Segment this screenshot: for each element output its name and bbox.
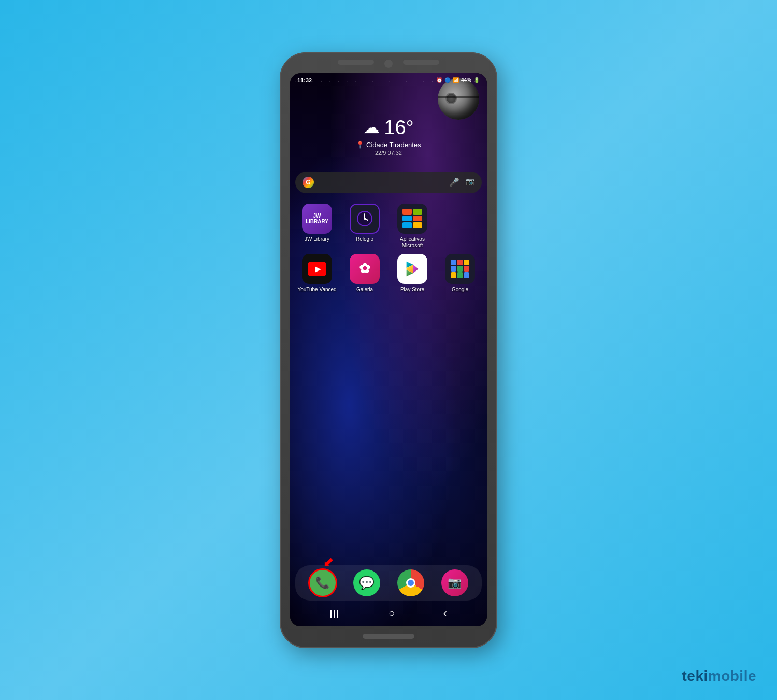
dock-apps-row: 📞 ➡ 💬 [295, 565, 482, 601]
weather-widget: ☁ 16° 📍 Cidade Tiradentes 22/9 07:32 [295, 117, 482, 156]
top-circle-speaker [384, 60, 393, 68]
relogio-icon [350, 204, 380, 234]
app-play-store[interactable]: Play Store [391, 254, 434, 293]
google-search-bar[interactable]: G 🎤 📷 [295, 172, 482, 193]
app-empty [438, 204, 482, 249]
google-g-logo: G [303, 177, 314, 188]
app-microsoft[interactable]: Aplicativos Microsoft [391, 204, 434, 249]
google-icon [445, 254, 475, 284]
microsoft-icon [397, 204, 427, 234]
top-pill-left [338, 60, 374, 65]
status-time: 11:32 [297, 77, 312, 83]
nav-menu-button[interactable]: ||| [330, 609, 340, 618]
status-bar: 11:32 ⏰ 🔵 📶 44% 🔋 [290, 73, 487, 85]
chrome-icon [397, 569, 424, 596]
youtube-vanced-label: YouTube Vanced [297, 287, 336, 293]
dock: 📞 ➡ 💬 [295, 561, 482, 626]
google-label: Google [452, 287, 468, 293]
phone-bottom-bar [280, 626, 497, 648]
app-grid-row2: ▶ YouTube Vanced ✿ Galeria [295, 254, 482, 293]
search-action-icons: 🎤 📷 [449, 177, 474, 187]
watermark: tekitekimobilemobile [682, 668, 756, 684]
app-galeria[interactable]: ✿ Galeria [343, 254, 386, 293]
weather-cloud-icon: ☁ [363, 118, 380, 137]
screen-content: ☁ 16° 📍 Cidade Tiradentes 22/9 07:32 G 🎤… [290, 85, 487, 626]
status-icons: ⏰ 🔵 📶 44% 🔋 [436, 77, 480, 83]
dock-chrome[interactable] [397, 569, 424, 596]
location-pin-icon: 📍 [356, 141, 364, 149]
app-youtube-vanced[interactable]: ▶ YouTube Vanced [295, 254, 339, 293]
phone-top-bar [280, 52, 497, 73]
dock-camera[interactable]: 📷 [441, 569, 468, 596]
svg-point-1 [364, 218, 366, 220]
bluetooth-icon: 🔵 [444, 77, 451, 83]
weather-location: 📍 Cidade Tiradentes [295, 141, 482, 149]
dock-phone[interactable]: 📞 ➡ [309, 569, 336, 596]
brand-teki: teki [682, 668, 708, 684]
play-store-label: Play Store [400, 287, 424, 293]
app-grid-row1: JWLIBRARY JW Library Relógio [295, 204, 482, 249]
battery-icon: 🔋 [473, 77, 480, 83]
jw-library-label: JW Library [305, 236, 329, 242]
app-jw-library[interactable]: JWLIBRARY JW Library [295, 204, 339, 249]
top-pill-right [403, 60, 439, 65]
lens-icon[interactable]: 📷 [466, 177, 474, 187]
app-relogio[interactable]: Relógio [343, 204, 386, 249]
bottom-pill [363, 634, 414, 639]
navigation-bar: ||| ○ ‹ [295, 604, 482, 622]
wifi-icon: 📶 [453, 77, 459, 83]
galeria-icon: ✿ [350, 254, 380, 284]
whatsapp-icon: 💬 [353, 569, 380, 596]
microsoft-label: Aplicativos Microsoft [391, 236, 434, 249]
youtube-vanced-icon: ▶ [302, 254, 332, 284]
camera-icon: 📷 [441, 569, 468, 596]
phone-device: 11:32 ⏰ 🔵 📶 44% 🔋 ☁ 16° 📍 Cidade Tiraden… [280, 52, 497, 648]
temperature: 16° [384, 117, 413, 139]
microphone-icon[interactable]: 🎤 [449, 177, 459, 187]
nav-home-button[interactable]: ○ [388, 607, 395, 619]
svg-marker-5 [413, 264, 419, 273]
weather-date: 22/9 07:32 [295, 150, 482, 156]
nav-back-button[interactable]: ‹ [443, 607, 447, 620]
jw-library-icon: JWLIBRARY [302, 204, 332, 234]
phone-call-icon: 📞 [309, 569, 336, 596]
alarm-icon: ⏰ [436, 77, 442, 83]
galeria-label: Galeria [356, 287, 373, 293]
dock-whatsapp[interactable]: 💬 [353, 569, 380, 596]
play-store-icon [397, 254, 427, 284]
relogio-label: Relógio [356, 236, 373, 242]
app-google[interactable]: Google [438, 254, 482, 293]
weather-temp: ☁ 16° [295, 117, 482, 139]
phone-screen: 11:32 ⏰ 🔵 📶 44% 🔋 ☁ 16° 📍 Cidade Tiraden… [290, 73, 487, 626]
battery-text: 44% [461, 77, 471, 83]
